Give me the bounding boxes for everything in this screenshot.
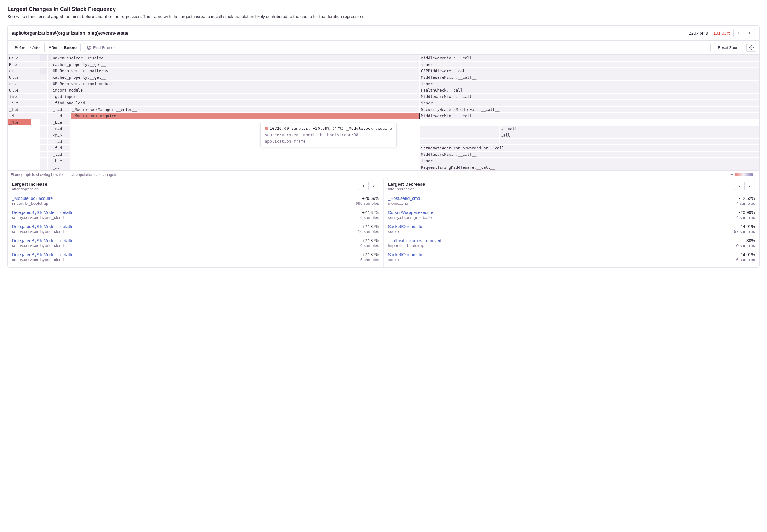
info-icon[interactable]: [87, 45, 91, 50]
flame-frame[interactable]: [40, 164, 48, 170]
flame-frame[interactable]: [47, 158, 51, 164]
flame-frame[interactable]: CSPMiddleware.__call__: [420, 68, 759, 74]
flame-frame[interactable]: [47, 151, 51, 158]
flame-frame[interactable]: [47, 74, 51, 81]
flame-frame[interactable]: [499, 138, 759, 145]
prev-button[interactable]: [734, 29, 744, 37]
flame-frame[interactable]: _l…d: [51, 151, 71, 158]
flame-frame[interactable]: [420, 138, 499, 145]
flame-frame[interactable]: [40, 145, 48, 151]
flame-frame[interactable]: [40, 55, 48, 61]
flame-frame[interactable]: [40, 119, 48, 126]
flame-frame[interactable]: [47, 113, 51, 119]
reset-zoom-button[interactable]: Reset Zoom: [714, 43, 743, 52]
flame-frame[interactable]: [40, 151, 48, 158]
flame-frame[interactable]: Ra…e: [8, 55, 40, 61]
before-after-toggle[interactable]: Before → After: [11, 43, 44, 52]
flame-frame[interactable]: UR…s: [8, 74, 40, 81]
flame-frame[interactable]: _g…t: [8, 100, 40, 106]
flame-frame[interactable]: [47, 119, 51, 126]
flame-frame[interactable]: MiddlewareMixin.__call__: [420, 74, 759, 81]
flame-frame[interactable]: _c…d: [51, 126, 71, 132]
flame-frame[interactable]: [47, 87, 51, 93]
flame-frame[interactable]: [40, 106, 48, 113]
flame-frame[interactable]: _f…d: [51, 145, 71, 151]
flame-frame[interactable]: [47, 61, 51, 68]
list-item[interactable]: DelegatedBySiloMode.__getattr__sentry.se…: [12, 222, 379, 236]
flame-frame[interactable]: [47, 93, 51, 100]
flame-frame[interactable]: SetRemoteAddrFromForwardedFor.__call__: [420, 145, 759, 151]
flame-frame[interactable]: import_module: [51, 87, 419, 93]
flame-frame[interactable]: URLResolver.urlconf_module: [51, 81, 419, 87]
flame-frame[interactable]: [40, 138, 48, 145]
flame-frame[interactable]: ca…_: [8, 81, 40, 87]
list-item[interactable]: _ModuleLock.acquireimportlib._bootstrap+…: [12, 194, 379, 208]
increase-next-button[interactable]: [368, 182, 379, 190]
flame-frame[interactable]: [47, 100, 51, 106]
increase-prev-button[interactable]: [358, 182, 368, 190]
flame-frame[interactable]: …__call__: [499, 126, 759, 132]
flame-frame[interactable]: _L…e: [51, 119, 71, 126]
flame-frame[interactable]: _f…d: [51, 106, 71, 113]
flame-frame[interactable]: _f…d: [51, 138, 71, 145]
flame-frame[interactable]: …all__: [499, 132, 759, 138]
list-item[interactable]: DelegatedBySiloMode.__getattr__sentry.se…: [12, 208, 379, 222]
flame-frame[interactable]: [420, 126, 499, 132]
list-item[interactable]: CursorWrapper.executesentry.db.postgres.…: [388, 208, 755, 222]
flame-frame[interactable]: MiddlewareMixin.__call__: [420, 151, 759, 158]
flame-frame[interactable]: _ModuleLockManager.__enter__: [71, 106, 420, 113]
flame-frame[interactable]: cached_property.__get__: [51, 61, 419, 68]
flame-frame[interactable]: UR…e: [8, 87, 40, 93]
flame-frame[interactable]: [40, 100, 48, 106]
flame-frame[interactable]: [40, 74, 48, 81]
flame-frame[interactable]: [40, 113, 48, 119]
list-item[interactable]: SocketIO.readintosocket-14.91%57 samples: [388, 222, 755, 236]
flame-frame[interactable]: _L…e: [51, 158, 71, 164]
flame-frame[interactable]: SecurityHeadersMiddleware.__call__: [420, 106, 759, 113]
flame-frame[interactable]: _find_and_load: [51, 100, 419, 106]
flame-frame[interactable]: <m…>: [51, 132, 71, 138]
list-item[interactable]: DelegatedBySiloMode.__getattr__sentry.se…: [12, 250, 379, 264]
next-button[interactable]: [744, 29, 755, 37]
flame-frame[interactable]: [47, 126, 51, 132]
flame-frame[interactable]: MiddlewareMixin.__call__: [420, 113, 759, 119]
flame-frame[interactable]: _…d: [51, 164, 71, 170]
flame-frame[interactable]: [47, 55, 51, 61]
flame-frame[interactable]: URLResolver.url_patterns: [51, 68, 419, 74]
flame-frame[interactable]: [40, 68, 48, 74]
flame-frame[interactable]: MiddlewareMixin.__call__: [420, 93, 759, 100]
flame-frame[interactable]: [40, 93, 48, 100]
flame-frame[interactable]: _l…d: [51, 113, 71, 119]
flame-frame[interactable]: MiddlewareMixin.__call__: [420, 55, 759, 61]
flame-frame[interactable]: _f…d: [8, 106, 40, 113]
flame-frame[interactable]: [47, 68, 51, 74]
flame-frame[interactable]: inner: [420, 81, 759, 87]
flame-frame[interactable]: [40, 81, 48, 87]
decrease-next-button[interactable]: [744, 182, 755, 190]
flame-frame[interactable]: RequestTimingMiddleware.__call__: [420, 164, 759, 170]
flamegraph[interactable]: Ra…eRavenResolver._resolveMiddlewareMixi…: [8, 55, 759, 170]
search-input[interactable]: [84, 43, 711, 52]
flame-frame[interactable]: [47, 81, 51, 87]
flame-frame[interactable]: [47, 138, 51, 145]
list-item[interactable]: _call_with_frames_removedimportlib._boot…: [388, 236, 755, 250]
flame-frame[interactable]: [40, 132, 48, 138]
flame-frame[interactable]: RavenResolver._resolve: [51, 55, 419, 61]
list-item[interactable]: DelegatedBySiloMode.__getattr__sentry.se…: [12, 236, 379, 250]
flame-frame[interactable]: [47, 164, 51, 170]
settings-button[interactable]: [746, 43, 756, 52]
flame-frame[interactable]: [40, 126, 48, 132]
flame-frame[interactable]: [420, 132, 499, 138]
flame-frame[interactable]: ca…_: [8, 68, 40, 74]
flame-frame[interactable]: _ModuleLock.acquire: [71, 113, 420, 119]
flame-frame[interactable]: [40, 87, 48, 93]
list-item[interactable]: _Host.send_cmdmemcache-12.52%4 samples: [388, 194, 755, 208]
flame-frame[interactable]: [47, 145, 51, 151]
after-before-toggle[interactable]: After → Before: [44, 43, 80, 52]
flame-frame[interactable]: inner: [420, 100, 759, 106]
flame-frame[interactable]: cached_property.__get__: [51, 74, 419, 81]
list-item[interactable]: SocketIO.readintosocket-14.91%6 samples: [388, 250, 755, 264]
flame-frame[interactable]: inner: [420, 61, 759, 68]
flame-frame[interactable]: _gcd_import: [51, 93, 419, 100]
flame-frame[interactable]: [40, 158, 48, 164]
